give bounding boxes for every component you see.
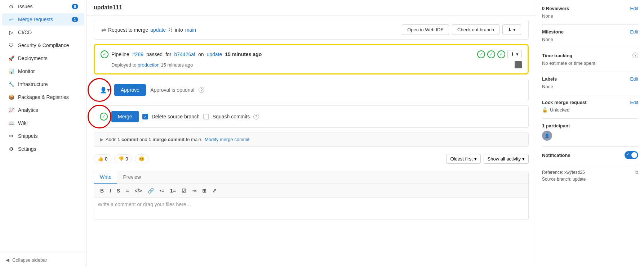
sidebar-item-infrastructure[interactable]: 🔧 Infrastructure [2,78,84,90]
sidebar-item-label: Wiki [18,120,78,126]
check-out-branch-button[interactable]: Check out branch [452,24,499,35]
task-list-button[interactable]: ☑ [180,187,188,195]
notifications-section: Notifications ✓ [542,151,638,159]
copy-reference-button[interactable]: ⧉ [635,169,638,175]
pipeline-branch-link[interactable]: update [206,51,222,57]
participants-label: 1 participant [542,123,570,128]
lock-status: Unlocked [550,107,569,113]
sidebar-item-snippets[interactable]: ✂ Snippets [2,130,84,142]
deployed-time: 15 minutes ago [161,62,193,68]
milestone-label: Milestone [542,29,564,35]
toggle-check-icon: ✓ [626,152,629,157]
open-web-ide-button[interactable]: Open in Web IDE [402,24,449,35]
squash-help-icon[interactable]: ? [253,114,259,119]
sidebar-item-packages[interactable]: 📦 Packages & Registries [2,91,84,103]
approval-optional-text: Approval is optional [150,87,194,93]
milestone-edit-link[interactable]: Edit [630,29,638,35]
delete-source-branch-checkbox[interactable]: ✓ [142,114,148,119]
numbered-list-button[interactable]: 1≡ [168,187,178,195]
reference-section: Reference: xwj/test!25 ⧉ Source branch: … [542,169,638,182]
lock-icon: 🔓 [542,107,548,113]
table-button[interactable]: ⊞ [200,187,208,195]
sidebar-item-issues[interactable]: ⊙ Issues 0 [2,0,84,13]
pipeline-download-button[interactable]: ⬇ ▾ [507,50,522,58]
thumbs-up-button[interactable]: 👍 0 [94,154,111,163]
sidebar-item-settings[interactable]: ⚙ Settings [2,143,84,155]
merge-status-icon: ✓ [100,113,108,121]
pipeline-commit-link[interactable]: b74426af [174,51,195,57]
security-icon: 🛡 [8,42,14,49]
approval-help-icon[interactable]: ? [199,87,204,93]
time-tracking-help-icon[interactable]: ? [632,53,638,58]
bold-button[interactable]: B [98,187,106,195]
time-tracking-label: Time tracking [542,53,572,58]
merge-button[interactable]: Merge [111,111,139,122]
chevron-down-icon: ▾ [522,156,525,162]
labels-edit-link[interactable]: Edit [630,76,638,82]
divider [542,24,638,25]
oldest-first-button[interactable]: Oldest first ▾ [446,154,480,164]
sidebar-item-label: Settings [18,146,78,152]
stop-deployment-button[interactable] [515,61,522,68]
pipeline-check-2: ✓ [487,50,495,58]
show-all-activity-button[interactable]: Show all activity ▾ [484,154,529,164]
target-branch-link[interactable]: main [185,27,196,33]
approve-button[interactable]: Approve [114,84,146,96]
modify-merge-commit-link[interactable]: Modify merge commit [205,137,249,142]
reviewers-edit-link[interactable]: Edit [630,6,638,11]
bullet-list-button[interactable]: •≡ [158,187,166,195]
participants-section: 1 participant 👤 [542,123,638,141]
sidebar-item-wiki[interactable]: 📖 Wiki [2,117,84,129]
reviewers-count: 0 Reviewers [542,6,569,11]
divider [542,72,638,72]
divider [542,48,638,48]
sidebar-item-label: Analytics [18,107,78,113]
issues-icon: ⊙ [8,3,14,10]
time-tracking-section: Time tracking ? No estimate or time spen… [542,53,638,66]
indent-button[interactable]: ⇥ [190,187,198,195]
sidebar-item-deployments[interactable]: 🚀 Deployments [2,52,84,64]
pipeline-time: 15 minutes ago [225,51,262,57]
source-branch-label: Source branch: update [542,177,586,182]
commits-expand-icon[interactable]: ▶ [100,137,103,142]
deployment-env-link[interactable]: production [138,62,160,68]
comment-input[interactable]: Write a comment or drag your files here… [94,198,528,220]
link-button[interactable]: 🔗 [146,187,156,195]
sidebar-item-cicd[interactable]: ▷ CI/CD [2,26,84,39]
fullscreen-button[interactable]: ⤢ [210,187,218,195]
emoji-icon: 😊 [139,156,145,162]
pipeline-icon: ⛓ [168,27,173,32]
sidebar-item-label: Monitor [18,68,78,74]
analytics-icon: 📈 [8,107,14,113]
commits-text: Adds 1 commit and 1 merge commit to main… [106,137,203,142]
deployments-icon: 🚀 [8,55,14,62]
source-branch-link[interactable]: update [150,27,166,33]
code-button[interactable]: </> [133,187,144,195]
notifications-toggle[interactable]: ✓ [625,151,638,159]
sidebar-item-label: Packages & Registries [18,94,78,100]
thumbs-down-button[interactable]: 👎 0 [114,154,132,163]
snippets-icon: ✂ [8,133,14,139]
sidebar-item-merge-requests[interactable]: ⇌ Merge requests 1 [2,13,84,26]
settings-icon: ⚙ [8,146,14,152]
emoji-picker-button[interactable]: 😊 [135,154,148,163]
pipeline-number-link[interactable]: #289 [132,51,143,57]
download-button[interactable]: ⬇ ▾ [502,24,521,35]
comment-tabs: Write Preview [94,171,528,184]
collapse-sidebar-label: Collapse sidebar [12,257,47,263]
ordered-list-button[interactable]: ≡ [124,187,130,195]
tab-preview[interactable]: Preview [117,171,147,184]
notifications-label: Notifications [542,153,570,158]
strikethrough-button[interactable]: S [115,187,122,195]
lock-edit-link[interactable]: Edit [630,100,638,105]
squash-commits-checkbox[interactable] [203,114,209,119]
sidebar-item-security[interactable]: 🛡 Security & Compliance [2,39,84,51]
tab-write[interactable]: Write [94,171,117,184]
sidebar-item-monitor[interactable]: 📊 Monitor [2,65,84,77]
time-tracking-value: No estimate or time spent [542,60,638,66]
divider [542,165,638,165]
sidebar-item-analytics[interactable]: 📈 Analytics [2,104,84,116]
collapse-sidebar-button[interactable]: ◀ Collapse sidebar [0,253,86,267]
participants-list: 👤 [542,131,638,141]
italic-button[interactable]: I [108,187,113,195]
